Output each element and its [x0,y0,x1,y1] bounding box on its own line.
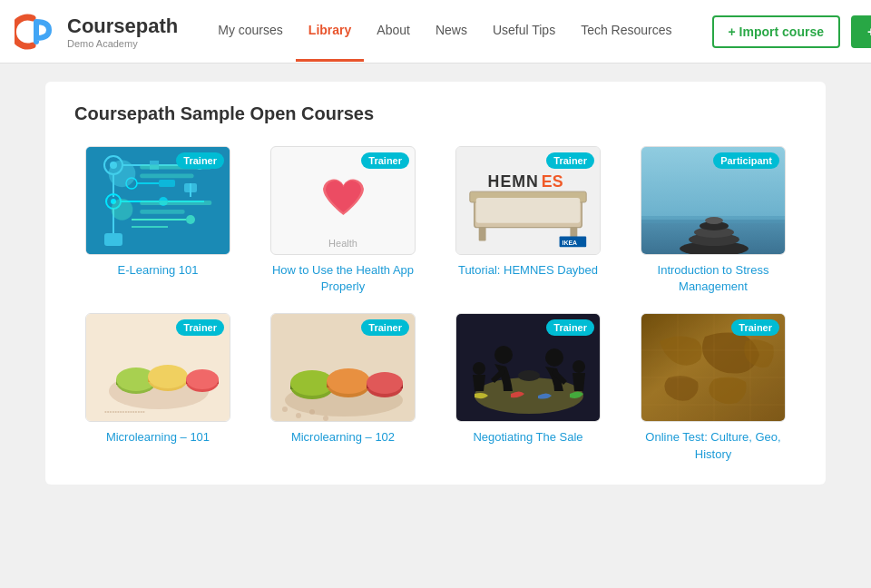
svg-point-41 [705,217,723,224]
course-badge-elearning: Trainer [176,152,224,169]
svg-rect-31 [476,198,581,223]
svg-rect-5 [150,161,159,170]
app-subtitle: Demo Academy [67,38,178,49]
course-card-geography[interactable]: Trainer Online Test: Culture, Geo, Histo… [630,313,797,462]
course-badge-negotiating: Trainer [546,319,594,336]
svg-text:ES: ES [542,172,563,191]
svg-point-2 [104,156,122,174]
course-badge-geography: Trainer [731,319,779,336]
app-name: Coursepath [67,15,178,38]
svg-point-75 [573,360,585,373]
logo-icon [15,9,60,54]
course-thumb-elearning: Trainer [85,146,230,255]
svg-point-61 [327,368,370,394]
svg-point-52 [186,369,219,389]
course-card-elearning[interactable]: Trainer E-Learning 101 [74,146,241,295]
svg-text:••••••••••••••••: •••••••••••••••• [104,407,145,416]
course-thumb-stress: Participant [641,146,786,255]
course-card-negotiating[interactable]: Trainer Negotiating The Sale [445,313,612,462]
course-card-health[interactable]: Health Trainer How to Use the Health App… [259,146,426,295]
course-badge-stress: Participant [713,152,779,169]
course-title-hemnes: Tutorial: HEMNES Daybed [458,262,598,279]
course-title-negotiating: Negotiating The Sale [473,429,582,446]
nav-useful-tips[interactable]: Useful Tips [480,1,568,62]
logo-area[interactable]: Coursepath Demo Academy [15,9,178,54]
section-title: Coursepath Sample Open Courses [74,103,797,124]
header-actions: + Import course + Create course 🔧 [712,15,871,48]
course-badge-hemnes: Trainer [546,152,594,169]
nav-news[interactable]: News [423,1,480,62]
svg-point-9 [106,194,121,209]
svg-point-68 [323,416,328,421]
nav-about[interactable]: About [364,1,423,62]
svg-point-12 [159,197,168,206]
main-content: Coursepath Sample Open Courses [0,64,871,503]
nav-my-courses[interactable]: My courses [205,1,296,62]
svg-text:HEMN: HEMN [488,172,539,191]
logo-text: Coursepath Demo Academy [67,15,178,49]
svg-point-21 [126,178,137,189]
course-title-micro2: Microlearning – 102 [291,429,395,446]
course-title-geography: Online Test: Culture, Geo, History [630,429,797,462]
svg-point-73 [518,370,540,381]
svg-rect-23 [159,180,175,187]
svg-rect-15 [104,233,122,246]
course-thumb-micro2: Trainer [270,313,416,422]
svg-point-74 [473,362,485,375]
course-thumb-micro1: •••••••••••••••• Trainer [85,313,230,422]
course-library-box: Coursepath Sample Open Courses [45,82,826,485]
svg-point-70 [475,377,583,414]
course-title-micro1: Microlearning – 101 [106,429,210,446]
course-thumb-geography: Trainer [641,313,786,422]
health-label: Health [328,238,357,249]
svg-point-10 [111,199,116,204]
course-badge-health: Trainer [361,152,409,169]
svg-point-3 [110,162,117,169]
svg-rect-20 [184,183,197,192]
course-thumb-hemnes: HEMN ES IKEA Trainer [455,146,601,255]
course-badge-micro1: Trainer [176,319,224,336]
main-nav: My courses Library About News Useful Tip… [178,1,711,62]
course-card-micro2[interactable]: Trainer Microlearning – 102 [259,313,426,462]
svg-point-67 [309,409,315,415]
svg-text:IKEA: IKEA [563,240,578,246]
course-title-elearning: E-Learning 101 [118,262,199,279]
course-thumb-negotiating: Trainer [455,313,601,422]
nav-library[interactable]: Library [296,1,364,62]
course-title-stress: Introduction to Stress Management [630,262,797,295]
svg-point-65 [282,407,288,412]
nav-tech-resources[interactable]: Tech Resources [568,1,684,62]
svg-point-49 [148,365,188,388]
course-card-stress[interactable]: Participant Introduction to Stress Manag… [630,146,797,295]
svg-point-64 [367,372,403,394]
heart-icon [318,174,368,220]
svg-rect-29 [479,228,486,241]
create-course-button[interactable]: + Create course [851,15,871,48]
svg-point-66 [296,413,301,418]
course-card-hemnes[interactable]: HEMN ES IKEA Trainer [445,146,612,295]
svg-point-18 [186,215,195,224]
course-thumb-health: Health Trainer [270,146,416,255]
course-title-health: How to Use the Health App Properly [259,262,426,295]
import-course-button[interactable]: + Import course [712,15,840,48]
course-card-micro1[interactable]: •••••••••••••••• Trainer Microlearning –… [74,313,241,462]
svg-point-71 [494,346,513,364]
course-grid: Trainer E-Learning 101 Health Trainer [74,146,797,463]
course-badge-micro2: Trainer [361,319,409,336]
header: Coursepath Demo Academy My courses Libra… [0,0,871,64]
svg-point-72 [545,348,563,367]
